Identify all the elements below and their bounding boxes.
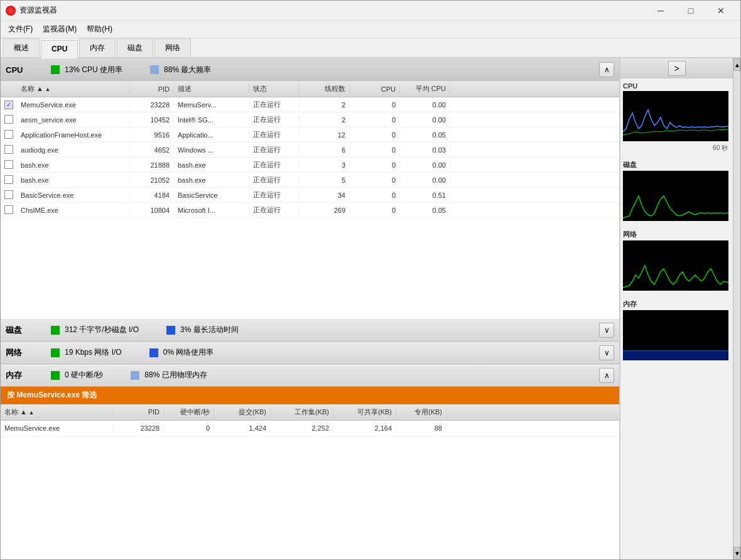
row-desc: Intel® SG... <box>174 116 249 124</box>
row-checkbox[interactable] <box>1 175 17 185</box>
minimize-button[interactable]: ─ <box>646 2 675 19</box>
row-cpu: 0 <box>350 176 400 184</box>
row-pid: 9516 <box>130 131 174 139</box>
disk-stat2-label: 3% 最长活动时间 <box>180 325 239 335</box>
tab-disk[interactable]: 磁盘 <box>117 38 153 57</box>
row-checkbox[interactable] <box>1 130 17 140</box>
checkbox-icon <box>4 160 13 169</box>
table-row: bash.exe21052bash.exe正在运行500.00 <box>1 173 619 188</box>
mem-th-pid[interactable]: PID <box>114 408 164 416</box>
row-name: aesm_service.exe <box>17 116 130 124</box>
memory-stat1-label: 0 硬中断/秒 <box>65 370 103 380</box>
th-status[interactable]: 状态 <box>249 84 300 94</box>
memory-filter-label: 按 MemuService.exe 筛选 <box>7 390 97 401</box>
window-title: 资源监视器 <box>19 5 646 16</box>
row-status: 正在运行 <box>249 160 300 170</box>
menu-help[interactable]: 帮助(H) <box>82 21 117 37</box>
mem-row-cell: 88 <box>396 424 446 432</box>
mem-row-cell: 23228 <box>114 424 164 432</box>
mem-th-private[interactable]: 专用(KB) <box>396 407 446 417</box>
cpu-collapse-button[interactable]: ∧ <box>599 62 614 77</box>
right-panel: > CPU <box>620 58 733 559</box>
mem-row-cell: 2,164 <box>333 424 396 432</box>
row-avgcpu: 0.00 <box>400 101 450 109</box>
cpu-table-header: 名称 ▲ PID 描述 状态 线程数 CPU 平均 CPU <box>1 81 619 97</box>
cpu-section-header[interactable]: CPU 13% CPU 使用率 88% 最大频率 ∧ <box>1 58 619 81</box>
row-status: 正在运行 <box>249 130 300 139</box>
th-cpu[interactable]: CPU <box>350 85 400 93</box>
row-name: MemuService.exe <box>17 101 130 109</box>
tab-cpu[interactable]: CPU <box>41 40 78 58</box>
th-pid[interactable]: PID <box>130 85 174 93</box>
th-avgcpu[interactable]: 平均 CPU <box>400 84 450 94</box>
mem-row-cell: 2,252 <box>271 424 333 432</box>
network-stats: 19 Kbps 网络 I/O 0% 网络使用率 <box>51 347 599 358</box>
row-name: ApplicationFrameHost.exe <box>17 131 130 139</box>
row-checkbox[interactable] <box>1 115 17 125</box>
row-threads: 12 <box>300 131 350 139</box>
table-row: ✓MemuService.exe23228MemuServ...正在运行200.… <box>1 97 619 112</box>
row-avgcpu: 0.00 <box>400 116 450 124</box>
th-threads[interactable]: 线程数 <box>300 84 350 94</box>
disk-section[interactable]: 磁盘 312 千字节/秒磁盘 I/O 3% 最长活动时间 ∨ <box>1 319 619 342</box>
memory-stat2-label: 88% 已用物理内存 <box>144 370 207 380</box>
mem-row-cell: 0 <box>164 424 214 432</box>
network-collapse-button[interactable]: ∨ <box>599 345 614 360</box>
memory-stat2-icon <box>131 371 139 380</box>
mem-th-working[interactable]: 工作集(KB) <box>271 407 333 417</box>
row-status: 正在运行 <box>249 145 300 154</box>
right-panel-header: > <box>620 58 733 78</box>
right-memory-label: 内存 <box>623 298 730 310</box>
row-pid: 21052 <box>130 176 174 184</box>
row-checkbox[interactable] <box>1 145 17 155</box>
menu-file[interactable]: 文件(F) <box>3 21 38 37</box>
row-name: audiodg.exe <box>17 146 130 154</box>
memory-collapse-button[interactable]: ∧ <box>599 368 614 383</box>
tab-overview[interactable]: 概述 <box>3 38 40 57</box>
close-button[interactable]: ✕ <box>706 2 735 19</box>
right-cpu-section: CPU 60 秒 <box>620 78 733 156</box>
mem-th-shareable[interactable]: 可共享(KB) <box>333 407 396 417</box>
row-avgcpu: 0.00 <box>400 161 450 169</box>
tab-memory[interactable]: 内存 <box>79 38 116 57</box>
row-desc: Microsoft I... <box>174 207 249 214</box>
network-stat2-icon <box>149 348 158 357</box>
row-checkbox[interactable]: ✓ <box>1 100 17 109</box>
disk-mini-chart <box>623 171 728 221</box>
menu-monitor[interactable]: 监视器(M) <box>38 21 82 37</box>
cpu-stat1-label: 13% CPU 使用率 <box>65 65 122 75</box>
mem-th-name[interactable]: 名称 ▲ <box>1 407 114 417</box>
right-disk-label: 磁盘 <box>623 159 730 171</box>
row-threads: 2 <box>300 101 350 109</box>
network-section[interactable]: 网络 19 Kbps 网络 I/O 0% 网络使用率 ∨ <box>1 342 619 364</box>
row-name: bash.exe <box>17 161 130 169</box>
memory-table-body: MemuService.exe2322801,4242,2522,16488 <box>1 421 619 559</box>
expand-button[interactable]: > <box>668 61 686 76</box>
row-checkbox[interactable] <box>1 205 17 215</box>
mem-th-hard[interactable]: 硬中断/秒 <box>164 407 214 417</box>
disk-stat1-label: 312 千字节/秒磁盘 I/O <box>65 325 139 335</box>
row-pid: 10452 <box>130 116 174 124</box>
row-checkbox[interactable] <box>1 190 17 200</box>
right-panel-inner: CPU 60 秒 <box>620 78 733 559</box>
cpu-process-table: 名称 ▲ PID 描述 状态 线程数 CPU 平均 CPU ✓MemuServi… <box>1 81 619 319</box>
right-scrollbar[interactable]: ▲ ▼ <box>733 58 740 559</box>
titlebar: 资源监视器 ─ □ ✕ <box>1 1 740 21</box>
row-desc: bash.exe <box>174 176 249 184</box>
disk-stat2-icon <box>166 326 175 335</box>
disk-collapse-button[interactable]: ∨ <box>599 323 614 338</box>
memory-section: 内存 0 硬中断/秒 88% 已用物理内存 ∧ 按 MemuService.ex… <box>1 364 619 559</box>
row-pid: 4184 <box>130 191 174 199</box>
right-network-section: 网络 <box>620 226 733 296</box>
tab-network[interactable]: 网络 <box>154 38 191 57</box>
th-name[interactable]: 名称 ▲ <box>17 84 130 94</box>
checkbox-icon <box>4 130 13 139</box>
row-desc: Windows ... <box>174 146 249 154</box>
row-avgcpu: 0.00 <box>400 176 450 184</box>
memory-section-header[interactable]: 内存 0 硬中断/秒 88% 已用物理内存 ∧ <box>1 364 619 387</box>
mem-th-commit[interactable]: 提交(KB) <box>214 407 271 417</box>
row-cpu: 0 <box>350 131 400 139</box>
row-checkbox[interactable] <box>1 160 17 170</box>
maximize-button[interactable]: □ <box>676 2 705 19</box>
th-desc[interactable]: 描述 <box>174 84 249 94</box>
